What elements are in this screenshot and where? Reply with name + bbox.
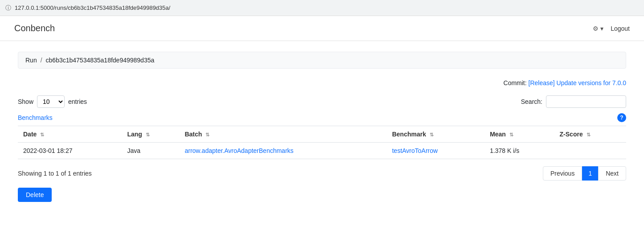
col-batch: Batch ⇅ <box>179 126 386 143</box>
commit-link[interactable]: [Release] Update versions for 7.0.0 <box>529 79 626 86</box>
benchmarks-header: Benchmarks ? <box>18 113 626 122</box>
sort-lang-icon[interactable]: ⇅ <box>146 132 150 137</box>
info-icon: ⓘ <box>5 4 11 12</box>
showing-text: Showing 1 to 1 of 1 entries <box>18 170 92 177</box>
table-header-row: Date ⇅ Lang ⇅ Batch ⇅ Benchmark ⇅ Mean <box>18 126 626 143</box>
cell-batch: arrow.adapter.AvroAdapterBenchmarks <box>179 143 386 159</box>
commit-label: Commit: <box>504 79 527 86</box>
breadcrumb-separator: / <box>41 57 42 64</box>
search-input[interactable] <box>546 95 626 108</box>
dropdown-arrow-icon: ▾ <box>600 25 603 32</box>
entries-label: entries <box>68 98 87 105</box>
col-benchmark: Benchmark ⇅ <box>387 126 484 143</box>
sort-benchmark-icon[interactable]: ⇅ <box>430 132 434 137</box>
table-row: 2022-03-01 18:27 Java arrow.adapter.Avro… <box>18 143 626 159</box>
controls-row: Show 10 25 50 100 entries Search: <box>18 95 626 108</box>
batch-link[interactable]: arrow.adapter.AvroAdapterBenchmarks <box>185 147 293 154</box>
navbar: Conbench ⚙ ▾ Logout <box>0 16 644 41</box>
search-label: Search: <box>521 98 542 105</box>
commit-line: Commit: [Release] Update versions for 7.… <box>18 79 626 86</box>
breadcrumb: Run / cb6b3c1b47534835a18fde949989d35a <box>18 52 626 69</box>
col-zscore: Z-Score ⇅ <box>554 126 626 143</box>
next-button[interactable]: Next <box>598 166 626 181</box>
sort-mean-icon[interactable]: ⇅ <box>509 132 513 137</box>
col-lang: Lang ⇅ <box>122 126 179 143</box>
gear-icon: ⚙ <box>593 25 599 32</box>
sort-batch-icon[interactable]: ⇅ <box>205 132 209 137</box>
benchmark-link[interactable]: testAvroToArrow <box>392 147 438 154</box>
benchmarks-link[interactable]: Benchmarks <box>18 114 53 121</box>
show-label: Show <box>18 98 33 105</box>
cell-zscore <box>554 143 626 159</box>
sort-zscore-icon[interactable]: ⇅ <box>587 132 591 137</box>
main-content: Run / cb6b3c1b47534835a18fde949989d35a C… <box>0 41 644 213</box>
entries-select[interactable]: 10 25 50 100 <box>37 95 65 108</box>
pagination: Previous 1 Next <box>543 166 626 181</box>
breadcrumb-run: Run <box>25 57 37 64</box>
breadcrumb-run-id: cb6b3c1b47534835a18fde949989d35a <box>46 57 155 64</box>
search-row: Search: <box>521 95 626 108</box>
address-bar: ⓘ 127.0.0.1:5000/runs/cb6b3c1b47534835a1… <box>0 0 644 16</box>
address-url: 127.0.0.1:5000/runs/cb6b3c1b47534835a18f… <box>15 4 170 11</box>
show-entries-control: Show 10 25 50 100 entries <box>18 95 87 108</box>
sort-date-icon[interactable]: ⇅ <box>40 132 44 137</box>
col-date: Date ⇅ <box>18 126 122 143</box>
navbar-right: ⚙ ▾ Logout <box>593 25 630 32</box>
help-icon[interactable]: ? <box>617 113 626 122</box>
col-mean: Mean ⇅ <box>484 126 554 143</box>
cell-benchmark: testAvroToArrow <box>387 143 484 159</box>
navbar-brand: Conbench <box>14 23 55 33</box>
delete-button[interactable]: Delete <box>18 188 52 202</box>
cell-lang: Java <box>122 143 179 159</box>
benchmarks-table: Date ⇅ Lang ⇅ Batch ⇅ Benchmark ⇅ Mean <box>18 126 626 159</box>
bottom-row: Showing 1 to 1 of 1 entries Previous 1 N… <box>18 166 626 181</box>
gear-dropdown[interactable]: ⚙ ▾ <box>593 25 603 32</box>
cell-mean: 1.378 K i/s <box>484 143 554 159</box>
cell-date: 2022-03-01 18:27 <box>18 143 122 159</box>
previous-button[interactable]: Previous <box>543 166 582 181</box>
current-page-button[interactable]: 1 <box>582 166 598 181</box>
logout-button[interactable]: Logout <box>611 25 630 32</box>
